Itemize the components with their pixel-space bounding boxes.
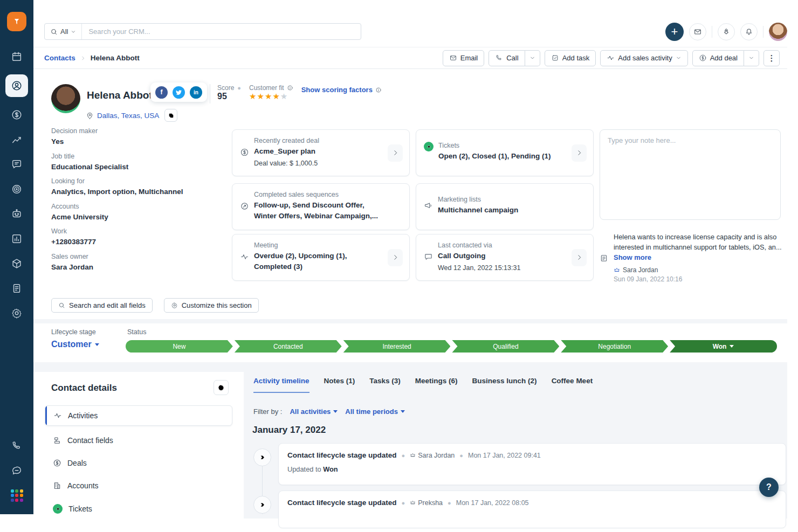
contact-name: Helena Abbott [87,89,156,101]
stage-new[interactable]: New [126,340,233,353]
card-marketing-lists[interactable]: Marketing lists Multichannel campaign [416,183,594,230]
chevron-right-icon[interactable] [388,249,403,266]
breadcrumb: Contacts Helena Abbott [44,54,140,62]
add-deal-button[interactable]: Add deal [692,50,744,66]
search-scope-dropdown[interactable]: All [45,24,82,39]
stage-qualified[interactable]: Qualified [452,340,559,353]
call-button[interactable]: Call [489,50,525,66]
info-icon[interactable] [375,87,382,93]
stage-won-dropdown[interactable]: Won [670,340,777,353]
account-link[interactable]: Acme University [51,212,224,222]
notifications-bell-icon[interactable] [740,23,758,40]
more-actions-kebab-button[interactable]: ⋮ [763,50,780,66]
twitter-icon[interactable] [173,86,185,99]
card-meeting[interactable]: Meeting Overdue (2), Upcoming (1), Compl… [232,234,410,281]
show-scoring-factors-link[interactable]: Show scoring factors [301,86,373,94]
nav-calendar-icon[interactable] [5,50,28,64]
nav-products-icon[interactable] [5,257,28,271]
work-phone-link[interactable]: +1280383777 [51,237,224,247]
breadcrumb-bar: Contacts Helena Abbott Email Call Add ta… [33,47,787,69]
dollar-circle-icon [240,137,249,167]
note-doc-icon [600,233,608,283]
task-icon [551,54,559,62]
nav-deals-icon[interactable] [5,108,28,122]
tab-notes[interactable]: Notes (1) [324,377,355,393]
timeline-entry-title: Contact lifecycle stage updated [287,499,397,507]
customize-section-button[interactable]: Customize this section [164,298,259,313]
freshworks-logo-icon[interactable] [7,12,26,31]
timeline-entry-title: Contact lifecycle stage updated [287,451,397,459]
quick-add-button[interactable]: + [665,23,684,41]
lifecycle-stage-dropdown[interactable]: Customer [51,340,99,349]
field-work-phone: Work +1280383777 [51,227,224,247]
nav-bot-icon[interactable] [5,207,28,221]
chevron-right-icon[interactable] [572,144,587,162]
card-tickets[interactable]: Tickets Open (2), Closed (1), Pending (1… [416,129,594,176]
sidebar-item-activities[interactable]: Activities [45,405,232,426]
tab-tasks[interactable]: Tasks (3) [369,377,401,393]
add-sales-activity-button[interactable]: Add sales activity [600,50,687,66]
user-avatar[interactable] [769,23,787,41]
card-recent-deal[interactable]: Recently created deal Acme_Super plan De… [232,129,410,176]
contact-details-gear-icon[interactable] [214,380,229,395]
nav-goals-icon[interactable] [5,182,28,196]
global-search: All [44,23,361,40]
contact-details-title: Contact details [51,383,117,393]
help-button[interactable]: ? [759,478,779,497]
customer-fit-label: Customer fit [249,84,284,92]
topbar: All + [33,16,787,47]
chevron-right-icon [80,56,86,61]
search-edit-fields-button[interactable]: Search and edit all fields [51,298,153,313]
add-deal-dropdown-button[interactable] [744,50,759,66]
linkedin-icon[interactable]: in [190,86,202,99]
show-more-link[interactable]: Show more [614,253,784,261]
tab-business-lunch[interactable]: Business lunch (2) [472,377,537,393]
filter-all-time-periods[interactable]: All time periods [345,407,405,416]
field-accounts: Accounts Acme University [51,203,224,222]
add-task-button[interactable]: Add task [545,50,596,66]
caret-down-icon [730,345,734,348]
breadcrumb-current: Helena Abbott [91,54,140,62]
note-input[interactable] [600,129,781,220]
card-sales-sequences[interactable]: Completed sales sequences Follow-up, Sen… [232,183,410,230]
content-area: Helena Abbott f in Score● 95 Customer fi… [33,69,787,519]
envelope-icon [449,54,457,62]
stage-interested[interactable]: Interested [343,340,451,353]
card-last-contacted[interactable]: Last contacted via Call Outgoing Wed 12 … [416,234,594,281]
info-icon[interactable] [287,85,293,91]
facebook-icon[interactable]: f [155,86,168,99]
tab-coffee-meet[interactable]: Coffee Meet [552,377,593,393]
stage-contacted[interactable]: Contacted [235,340,342,353]
contact-location-link[interactable]: Dallas, Texas, USA [97,112,159,120]
sidebar-item-contact-fields[interactable]: Contact fields [53,436,113,445]
field-decision-maker: Decision maker Yes [51,127,224,147]
call-dropdown-button[interactable] [525,50,540,66]
nav-analytics-icon[interactable] [5,133,28,147]
sidebar-item-deals[interactable]: Deals [53,459,87,467]
filter-all-activities[interactable]: All activities [290,407,338,416]
nav-contacts-icon[interactable] [5,74,28,97]
sidebar-item-accounts[interactable]: Accounts [53,481,99,490]
app-switcher-icon[interactable] [5,488,28,502]
email-inbox-icon[interactable] [689,23,706,40]
nav-documents-icon[interactable] [5,281,28,295]
tab-meetings[interactable]: Meetings (6) [415,377,458,393]
org-fields-icon [53,436,61,445]
nav-settings-icon[interactable] [5,306,28,320]
search-input[interactable] [82,27,361,36]
phone-icon [495,54,503,62]
sidebar-item-tickets[interactable]: Tickets [53,504,92,514]
nav-chat-icon[interactable] [5,464,28,478]
email-button[interactable]: Email [443,50,485,66]
whats-new-rocket-icon[interactable] [718,23,735,40]
nav-reports-icon[interactable] [5,232,28,246]
tab-activity-timeline[interactable]: Activity timeline [253,377,309,393]
breadcrumb-contacts-link[interactable]: Contacts [44,54,75,62]
stage-negotiation[interactable]: Negotiation [561,340,668,353]
chevron-right-icon[interactable] [572,249,587,266]
nav-phone-icon[interactable] [5,439,28,453]
nav-conversations-icon[interactable] [5,157,28,171]
note-text: Helena wants to increase license capacit… [614,232,784,252]
copy-icon[interactable] [164,109,177,122]
chevron-right-icon[interactable] [388,144,403,162]
